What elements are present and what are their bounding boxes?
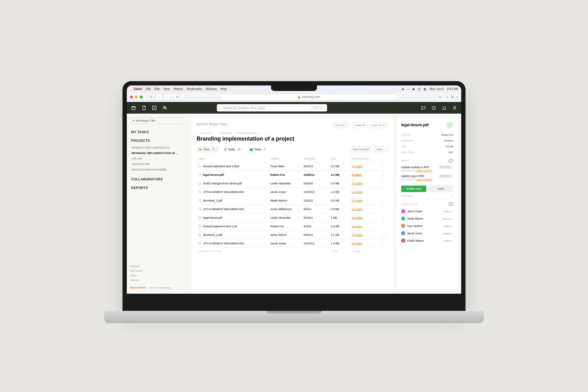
- col-shared[interactable]: SHARED WITH: [352, 158, 379, 160]
- shared-with-link[interactable]: 14 users: [352, 225, 363, 228]
- col-size[interactable]: SIZE: [331, 158, 352, 160]
- footer-link[interactable]: FAQ's: [130, 273, 184, 278]
- row-more-icon[interactable]: ⋮: [379, 225, 386, 228]
- menubar-window[interactable]: Window: [206, 87, 217, 91]
- row-more-icon[interactable]: ⋮: [379, 190, 386, 194]
- shared-with-link[interactable]: 14 users: [352, 165, 363, 168]
- back-icon[interactable]: ←: [197, 132, 199, 134]
- row-more-icon[interactable]: ⋮: [379, 173, 386, 176]
- footer-link[interactable]: Help Center: [130, 269, 184, 273]
- shared-with-link[interactable]: 14 users: [352, 242, 363, 245]
- view-info-button[interactable]: view infoⓘ: [369, 122, 388, 128]
- row-more-icon[interactable]: ⋮: [379, 216, 386, 219]
- file-icon[interactable]: [141, 105, 146, 110]
- tab-tasks[interactable]: ☑ Tasks 14: [222, 147, 244, 152]
- table-row[interactable]: legal-tenure.pdfLeslie Alexander6/19/141…: [197, 213, 388, 222]
- table-row[interactable]: legal-tenure.pdfRobert Fox10/28/120.3 Mb…: [197, 171, 388, 179]
- control-center-icon[interactable]: ◫: [418, 87, 421, 91]
- role-selector[interactable]: Guest⌄: [444, 239, 453, 242]
- sidebar-reports[interactable]: REPORTS›: [130, 183, 184, 192]
- safari-sidebar-icon[interactable]: ☰: [148, 94, 154, 100]
- row-more-icon[interactable]: ⋮: [379, 182, 386, 185]
- team-icon[interactable]: [162, 105, 167, 110]
- task-assignee-link[interactable]: JANE COOPER: [417, 179, 432, 181]
- window-close[interactable]: [130, 96, 133, 99]
- menubar-app[interactable]: Safari: [134, 87, 142, 91]
- breadcrumb-item[interactable]: Branding the brand: [236, 132, 256, 134]
- project-item[interactable]: IOS APP: [130, 156, 184, 161]
- shared-with-link[interactable]: 14 users: [352, 216, 363, 219]
- table-row[interactable]: ATTACHEMENT 836128956.htmlJacob Jones12/…: [197, 188, 388, 196]
- role-selector[interactable]: Editor⌄: [444, 225, 453, 228]
- shared-with-link[interactable]: 5 users: [352, 173, 362, 176]
- search-input[interactable]: ⌕Search for projects, files, tasks CTRL+…: [217, 104, 327, 111]
- col-created[interactable]: CREATED: [303, 158, 331, 160]
- workspace-selector[interactable]: ▾ Workspace Title: [130, 117, 184, 124]
- siri-icon[interactable]: ◐: [424, 87, 427, 91]
- breadcrumb-item[interactable]: Concept: [201, 132, 210, 134]
- favourite-button[interactable]: Favourite☆: [332, 122, 350, 128]
- menubar-time[interactable]: 9:41 AM: [447, 87, 458, 91]
- menubar-history[interactable]: History: [174, 87, 183, 91]
- menubar-edit[interactable]: Edit: [154, 87, 160, 91]
- check-icon[interactable]: [152, 105, 157, 110]
- details-menu-button[interactable]: ⋮: [447, 122, 453, 128]
- task-assignee-link[interactable]: JANE COOPER: [417, 170, 432, 172]
- project-item[interactable]: NEWSLETTER CAMPAIGN 2.0: [130, 145, 184, 150]
- expand-icon[interactable]: ⤢: [451, 194, 453, 197]
- task-item[interactable]: Update numbers in PDFOCT 14TH ⌄ASSIGNED …: [401, 164, 453, 173]
- share-button[interactable]: Share⇄: [352, 122, 368, 128]
- menubar-file[interactable]: File: [146, 87, 151, 91]
- row-more-icon[interactable]: ⋮: [379, 242, 386, 245]
- safari-forward-button[interactable]: ›: [164, 94, 170, 100]
- shared-with-link[interactable]: 14 users: [352, 208, 363, 211]
- window-maximize[interactable]: [140, 96, 143, 99]
- project-item[interactable]: DRUCKDATEN PACKAGING: [130, 167, 184, 172]
- wifi-icon[interactable]: ◈: [402, 87, 404, 91]
- safari-newtab-icon[interactable]: +: [456, 95, 458, 99]
- table-row[interactable]: ATTACHEMENT 836128956.htmlJonas Williams…: [197, 205, 388, 213]
- shared-with-link[interactable]: 14 users: [352, 190, 363, 194]
- menubar-help[interactable]: Help: [220, 87, 227, 91]
- shared-with-link[interactable]: 14 users: [352, 182, 363, 185]
- new-folder-button[interactable]: NEW FOLDER: [350, 146, 372, 152]
- row-more-icon[interactable]: ⋮: [379, 199, 386, 202]
- table-row[interactable]: ATTACHEMENT 836128956.htmlJacob Jones12/…: [197, 239, 388, 248]
- clock-icon[interactable]: [431, 105, 436, 110]
- safari-reload-icon[interactable]: ↻: [437, 94, 443, 100]
- safari-panel-icon[interactable]: ⊞: [174, 94, 181, 100]
- role-selector[interactable]: Admin⌄: [443, 232, 453, 235]
- shared-with-link[interactable]: 14 users: [352, 199, 363, 202]
- table-row[interactable]: Draft1-changes-from-Simon.pdfLeslie Alex…: [197, 179, 388, 188]
- sidebar-my-tasks[interactable]: MY TASKS›: [130, 128, 184, 136]
- profile-icon[interactable]: [452, 105, 457, 110]
- safari-tabs-icon[interactable]: ⊞: [451, 95, 454, 99]
- footer-link[interactable]: Tutorials: [130, 278, 184, 282]
- search-icon[interactable]: ⌕: [407, 87, 409, 91]
- role-selector[interactable]: Editor⌄: [444, 210, 453, 213]
- table-row[interactable]: forward statement item 2.txtRobert Fox4/…: [197, 222, 388, 231]
- tab-files[interactable]: 🗎 Files 49: [197, 146, 219, 152]
- menubar-view[interactable]: View: [163, 87, 170, 91]
- box-icon[interactable]: [131, 105, 136, 110]
- row-more-icon[interactable]: ⋮: [379, 233, 386, 236]
- project-item[interactable]: BRANDING IMPLEMENTATION OF ...: [130, 150, 184, 156]
- download-button[interactable]: DOWNLOAD: [401, 186, 426, 192]
- breadcrumb-item[interactable]: Subfolder: [221, 132, 231, 134]
- add-button[interactable]: ADD⌄: [374, 146, 388, 152]
- task-item[interactable]: Update copy in PDFOCT 20TH ⌄ASSIGNED TO …: [401, 173, 453, 182]
- bell-icon[interactable]: [442, 105, 447, 110]
- table-row[interactable]: doumentt_1.pdfWade Warren1/15/120.6 Mb14…: [197, 196, 388, 205]
- menubar-bookmarks[interactable]: Bookmarks: [187, 87, 202, 91]
- tab-team[interactable]: 👥 Team 8: [247, 147, 269, 152]
- view-button[interactable]: VIEW: [428, 186, 453, 192]
- row-more-icon[interactable]: ⋮: [379, 165, 386, 168]
- sidebar-collaborators[interactable]: COLLABORATORS›: [130, 175, 184, 183]
- breadcrumb-item[interactable]: ...: [214, 132, 217, 134]
- table-row[interactable]: forward statement item 2.htmlFloyd Miles…: [197, 162, 388, 171]
- safari-back-button[interactable]: ‹: [156, 94, 162, 100]
- col-owner[interactable]: OWNER: [270, 158, 304, 160]
- safari-url-bar[interactable]: 🔒 secutray.com: [220, 94, 398, 100]
- menubar-date[interactable]: Mon Jun 5: [430, 87, 444, 91]
- chat-icon[interactable]: [421, 105, 426, 110]
